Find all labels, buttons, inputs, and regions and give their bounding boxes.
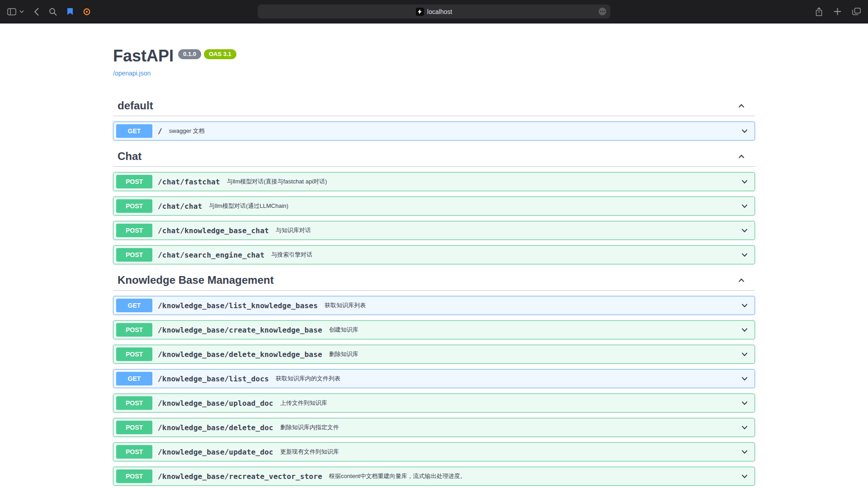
method-badge: POST — [116, 469, 152, 483]
section-title: Chat — [118, 150, 142, 163]
operation-path: /chat/knowledge_base_chat — [158, 226, 269, 235]
section-header[interactable]: default — [113, 95, 755, 116]
openapi-spec-link[interactable]: /openapi.json — [113, 70, 151, 77]
extension-record-icon[interactable] — [83, 8, 90, 15]
chevron-down-icon[interactable] — [740, 325, 749, 334]
back-button[interactable] — [34, 8, 39, 16]
method-badge: POST — [116, 445, 152, 459]
method-badge: POST — [116, 323, 152, 337]
operation-description: 删除知识库 — [329, 350, 740, 358]
chevron-down-icon[interactable] — [740, 226, 749, 235]
api-section: default GET / swagger 文档 — [113, 95, 755, 141]
operation-path: /chat/search_engine_chat — [158, 251, 264, 259]
operation-path: /knowledge_base/list_docs — [158, 375, 269, 383]
method-badge: POST — [116, 421, 152, 434]
method-badge: POST — [116, 347, 152, 361]
sidebar-chevron-down-icon[interactable] — [19, 10, 24, 13]
section-title: Knowledge Base Management — [118, 273, 274, 286]
operation-list: GET / swagger 文档 — [113, 122, 755, 141]
operation-description: swagger 文档 — [169, 127, 740, 135]
chevron-down-icon[interactable] — [740, 374, 749, 383]
chevron-up-icon[interactable] — [737, 101, 746, 110]
chevron-down-icon[interactable] — [740, 423, 749, 432]
url-text: localhost — [427, 8, 452, 15]
operation-description: 与知识库对话 — [276, 226, 740, 235]
chevron-down-icon[interactable] — [740, 301, 749, 310]
chevron-down-icon[interactable] — [740, 447, 749, 456]
method-badge: POST — [116, 396, 152, 410]
operation-path: /knowledge_base/upload_doc — [158, 399, 274, 408]
operation-row[interactable]: GET /knowledge_base/list_docs 获取知识库内的文件列… — [113, 369, 755, 388]
extension-bookmark-icon[interactable] — [67, 8, 73, 15]
page-title: FastAPI 0.1.0 OAS 3.1 — [113, 46, 755, 66]
operation-row[interactable]: POST /knowledge_base/upload_doc 上传文件到知识库 — [113, 394, 755, 413]
api-info: FastAPI 0.1.0 OAS 3.1 /openapi.json — [113, 46, 755, 77]
api-title-text: FastAPI — [113, 46, 174, 66]
sidebar-toggle-button[interactable] — [7, 8, 16, 15]
section-title: default — [118, 99, 153, 112]
new-tab-button[interactable] — [834, 8, 841, 15]
operation-row[interactable]: POST /chat/fastchat 与llm模型对话(直接与fastchat… — [113, 172, 755, 191]
method-badge: POST — [116, 175, 152, 188]
operation-description: 删除知识库内指定文件 — [280, 423, 740, 432]
chevron-down-icon[interactable] — [740, 177, 749, 186]
site-favicon-icon — [416, 8, 424, 16]
chevron-down-icon[interactable] — [740, 399, 749, 408]
chevron-down-icon[interactable] — [740, 202, 749, 211]
chevron-down-icon[interactable] — [740, 350, 749, 359]
operation-path: /knowledge_base/list_knowledge_bases — [158, 301, 318, 310]
version-badge: 0.1.0 — [178, 49, 201, 59]
operation-path: /knowledge_base/update_doc — [158, 448, 274, 456]
api-section: Knowledge Base Management GET /knowledge… — [113, 270, 755, 486]
operation-row[interactable]: GET / swagger 文档 — [113, 122, 755, 141]
operation-description: 与搜索引擎对话 — [271, 251, 740, 259]
operation-path: /knowledge_base/delete_doc — [158, 423, 274, 432]
share-icon[interactable] — [815, 7, 823, 16]
page-settings-icon[interactable] — [598, 7, 607, 16]
chevron-down-icon[interactable] — [740, 127, 749, 136]
operation-description: 获取知识库内的文件列表 — [276, 375, 740, 383]
search-icon[interactable] — [49, 8, 57, 16]
section-header[interactable]: Chat — [113, 146, 755, 167]
operation-description: 创建知识库 — [329, 326, 740, 334]
operation-row[interactable]: POST /knowledge_base/recreate_vector_sto… — [113, 467, 755, 486]
section-header[interactable]: Knowledge Base Management — [113, 270, 755, 291]
address-bar[interactable]: localhost — [258, 5, 610, 19]
swagger-page: FastAPI 0.1.0 OAS 3.1 /openapi.json defa… — [0, 23, 868, 488]
chevron-up-icon[interactable] — [737, 152, 746, 161]
chevron-up-icon[interactable] — [737, 276, 746, 285]
operation-path: /knowledge_base/create_knowledge_base — [158, 326, 322, 334]
operation-row[interactable]: GET /knowledge_base/list_knowledge_bases… — [113, 296, 755, 315]
operation-path: /knowledge_base/delete_knowledge_base — [158, 350, 322, 359]
operation-row[interactable]: POST /knowledge_base/create_knowledge_ba… — [113, 320, 755, 339]
api-section: Chat POST /chat/fastchat 与llm模型对话(直接与fas… — [113, 146, 755, 264]
oas-badge: OAS 3.1 — [204, 49, 236, 59]
browser-toolbar: localhost — [0, 0, 868, 23]
method-badge: GET — [116, 299, 152, 312]
operation-row[interactable]: POST /knowledge_base/delete_knowledge_ba… — [113, 345, 755, 364]
operation-path: / — [158, 127, 162, 136]
operation-description: 根据content中文档重建向量库，流式输出处理进度。 — [329, 472, 740, 480]
method-badge: POST — [116, 224, 152, 237]
method-badge: POST — [116, 199, 152, 213]
operation-row[interactable]: POST /chat/chat 与llm模型对话(通过LLMChain) — [113, 197, 755, 216]
operation-description: 上传文件到知识库 — [280, 399, 740, 407]
method-badge: GET — [116, 372, 152, 385]
operation-list: POST /chat/fastchat 与llm模型对话(直接与fastchat… — [113, 172, 755, 264]
operation-description: 更新现有文件到知识库 — [280, 448, 740, 456]
chevron-down-icon[interactable] — [740, 250, 749, 259]
operation-list: GET /knowledge_base/list_knowledge_bases… — [113, 296, 755, 486]
operation-row[interactable]: POST /knowledge_base/delete_doc 删除知识库内指定… — [113, 418, 755, 437]
operation-row[interactable]: POST /chat/search_engine_chat 与搜索引擎对话 — [113, 245, 755, 264]
operation-description: 与llm模型对话(通过LLMChain) — [209, 202, 740, 210]
operation-path: /chat/chat — [158, 202, 202, 211]
operation-description: 与llm模型对话(直接与fastchat api对话) — [227, 178, 740, 186]
operation-row[interactable]: POST /knowledge_base/update_doc 更新现有文件到知… — [113, 442, 755, 461]
method-badge: GET — [116, 124, 152, 138]
operation-description: 获取知识库列表 — [325, 301, 740, 310]
chevron-down-icon[interactable] — [740, 472, 749, 481]
api-sections: default GET / swagger 文档 Chat — [113, 95, 755, 486]
operation-row[interactable]: POST /chat/knowledge_base_chat 与知识库对话 — [113, 221, 755, 240]
tab-overview-icon[interactable] — [852, 8, 861, 15]
operation-path: /chat/fastchat — [158, 178, 220, 186]
